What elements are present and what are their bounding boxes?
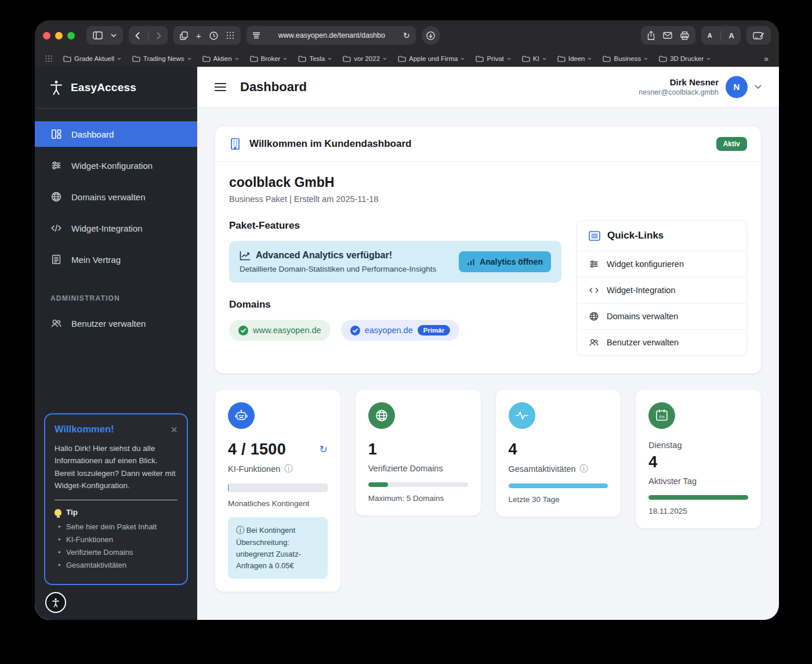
- sidebar-item-domains-verwalten[interactable]: Domains verwalten: [35, 184, 197, 210]
- bookmark-folder[interactable]: Business: [603, 55, 648, 62]
- bookmark-folder[interactable]: 3D Drucker: [659, 55, 710, 62]
- compose-icon[interactable]: [753, 31, 764, 40]
- stat-value: 4 / 1500: [228, 441, 286, 459]
- tip-item: KI-Funktionen: [58, 535, 177, 544]
- toolbar-right: A A: [641, 26, 771, 45]
- address-bar[interactable]: www.easyopen.de/tenant/dashbo ↻: [246, 26, 416, 45]
- bookmark-label: Broker: [261, 55, 281, 62]
- popup-body: Hallo Dirk! Hier siehst du alle Informat…: [55, 442, 177, 492]
- bookmark-label: Privat: [487, 55, 503, 62]
- tip-item: Verifizierte Domains: [58, 548, 177, 557]
- domain-chip-primary[interactable]: easyopen.de Primär: [341, 320, 459, 341]
- text-larger-button[interactable]: A: [729, 31, 734, 40]
- bookmark-folder[interactable]: KI: [522, 55, 546, 62]
- bookmark-folder[interactable]: vor 2022: [343, 55, 387, 62]
- bookmark-folder[interactable]: Privat: [476, 55, 510, 62]
- chevron-down-icon: [507, 57, 511, 60]
- progress-track: [648, 495, 748, 500]
- main-area: Dashboard Dirk Nesner nesner@coolblack.g…: [197, 67, 779, 620]
- bookmark-folder[interactable]: Apple und Firma: [398, 55, 465, 62]
- chevron-down-icon[interactable]: [111, 34, 117, 37]
- progress-fill: [648, 495, 748, 500]
- sidebar-item-benutzer-verwalten[interactable]: Benutzer verwalten: [35, 311, 197, 336]
- close-window-button[interactable]: [43, 32, 50, 39]
- print-icon[interactable]: [680, 31, 689, 40]
- new-tab-icon[interactable]: +: [196, 31, 201, 40]
- minimize-window-button[interactable]: [55, 32, 63, 39]
- user-menu[interactable]: Dirk Nesner nesner@coolblack.gmbh N: [639, 76, 762, 98]
- bookmarks-overflow-icon[interactable]: »: [764, 54, 768, 63]
- dashboard-icon: [50, 128, 62, 140]
- sidebar-item-widget-integration[interactable]: Widget-Integration: [35, 215, 197, 241]
- progress-label: 18.11.2025: [648, 507, 748, 515]
- info-icon[interactable]: ⓘ: [580, 464, 588, 474]
- url-text: www.easyopen.de/tenant/dashbo: [266, 31, 398, 39]
- building-icon: [229, 138, 241, 150]
- check-circle-icon: [350, 326, 360, 335]
- tip-item: Sehe hier dein Paket Inhalt: [58, 522, 177, 531]
- quick-link-widget-konfigurieren[interactable]: Widget konfigurieren: [577, 251, 746, 277]
- brand-name: EasyAccess: [71, 81, 136, 94]
- history-clock-icon[interactable]: [209, 31, 218, 40]
- sidebar-item-label: Domains verwalten: [71, 192, 146, 202]
- chevron-down-icon: [235, 57, 239, 60]
- bookmark-folder[interactable]: Trading News: [132, 55, 191, 62]
- close-icon[interactable]: ×: [171, 424, 177, 435]
- refresh-icon[interactable]: ↻: [320, 443, 328, 456]
- quick-link-benutzer-verwalten[interactable]: Benutzer verwalten: [577, 330, 746, 355]
- bookmark-folder[interactable]: Ideen: [557, 55, 592, 62]
- reload-icon[interactable]: ↻: [403, 31, 410, 39]
- quick-links-title: Quick-Links: [607, 230, 664, 241]
- bookmarks-grid-icon[interactable]: [45, 55, 52, 62]
- globe-icon: [50, 191, 62, 203]
- sidebar-toggle-group: [86, 26, 123, 45]
- back-icon[interactable]: [135, 32, 140, 39]
- quick-link-widget-integration[interactable]: Widget-Integration: [577, 277, 746, 304]
- page-title: Dashboard: [240, 80, 307, 95]
- code-icon: [589, 285, 599, 295]
- progress-track: [368, 482, 468, 487]
- bookmark-folder[interactable]: Broker: [250, 55, 288, 62]
- stat-value: 4: [509, 441, 517, 459]
- mail-icon[interactable]: [663, 32, 672, 39]
- accessibility-widget-button[interactable]: [45, 592, 66, 613]
- chevron-down-icon: [117, 57, 121, 60]
- status-badge: Aktiv: [716, 137, 747, 151]
- bookmark-folder[interactable]: Aktien: [202, 55, 239, 62]
- info-icon[interactable]: ⓘ: [284, 464, 292, 474]
- welcome-card-title: Willkommen im Kundendashboard: [249, 138, 411, 150]
- quick-link-domains-verwalten[interactable]: Domains verwalten: [577, 304, 746, 330]
- sidebar-item-widget-konfiguration[interactable]: Widget-Konfiguration: [35, 153, 197, 178]
- downloads-button[interactable]: [422, 26, 440, 45]
- domain-chip-verified[interactable]: www.easyopen.de: [229, 320, 331, 341]
- chevron-down-icon: [328, 57, 332, 60]
- chevron-down-icon: [588, 57, 592, 60]
- bookmark-folder[interactable]: Grade Aktuell: [63, 55, 121, 62]
- divider: [148, 31, 148, 40]
- copy-tabs-icon[interactable]: [180, 31, 188, 40]
- tab-overview-icon[interactable]: [226, 31, 234, 39]
- bookmark-folder[interactable]: Tesla: [298, 55, 332, 62]
- hamburger-menu-icon[interactable]: [215, 83, 226, 91]
- sidebar-item-mein-vertrag[interactable]: Mein Vertrag: [35, 247, 197, 272]
- divider: [55, 500, 177, 500]
- bookmark-label: 3D Drucker: [670, 55, 704, 62]
- info-icon: ⓘ: [236, 525, 244, 535]
- progress-label: Maximum: 5 Domains: [368, 494, 468, 503]
- code-icon: [50, 222, 62, 234]
- sidebar-item-dashboard[interactable]: Dashboard: [35, 121, 197, 147]
- forward-icon[interactable]: [157, 32, 161, 39]
- globe-icon: [589, 311, 599, 322]
- pulse-icon: [515, 411, 529, 420]
- trend-chart-icon: [240, 251, 251, 261]
- sidebar-toggle-icon[interactable]: [93, 31, 103, 39]
- zoom-window-button[interactable]: [67, 32, 75, 39]
- share-icon[interactable]: [647, 31, 655, 40]
- bookmark-label: Grade Aktuell: [74, 55, 114, 62]
- chevron-down-icon[interactable]: [755, 85, 762, 89]
- reader-icon[interactable]: [252, 32, 260, 39]
- open-analytics-button[interactable]: Analytics öffnen: [459, 251, 551, 272]
- chevron-down-icon: [644, 57, 648, 60]
- avatar[interactable]: N: [726, 76, 748, 98]
- text-smaller-button[interactable]: A: [708, 32, 712, 39]
